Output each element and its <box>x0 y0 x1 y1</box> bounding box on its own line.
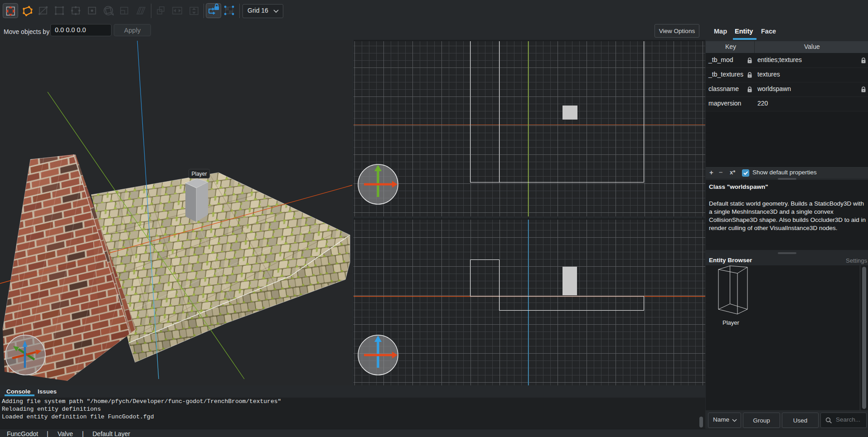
svg-text:Player: Player <box>191 171 207 177</box>
